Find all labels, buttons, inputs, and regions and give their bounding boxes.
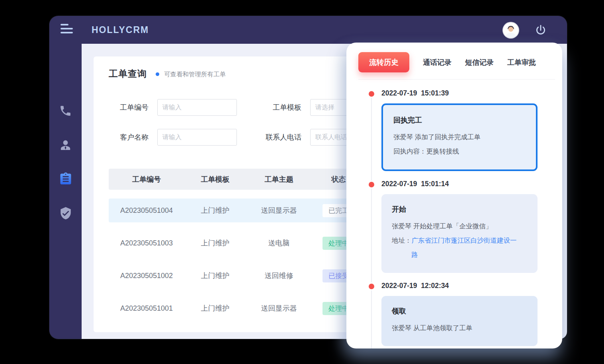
sidebar-item-calls[interactable]	[59, 103, 73, 118]
timeline-card-completed: 回执完工 张爱琴 添加了回执并完成工单 回执内容：更换转接线	[381, 103, 538, 171]
timeline-card-line: 张爱琴 添加了回执并完成工单	[393, 130, 526, 144]
timeline-dot	[369, 284, 374, 289]
filter-label: 工单编号	[109, 103, 149, 112]
cell-template: 上门维护	[184, 271, 246, 280]
sidebar-item-workorders[interactable]	[59, 172, 73, 186]
timeline-timestamp: 2022-07-19 15:01:14	[381, 180, 551, 188]
cell-workorder-id: A202305051002	[109, 272, 184, 280]
timeline-card-line: 张爱琴 从工单池领取了工单	[392, 321, 528, 335]
cell-subject: 送回维修	[246, 271, 312, 280]
cell-subject: 送回显示器	[246, 304, 312, 313]
page-subtitle: 可查看和管理所有工单	[164, 69, 226, 79]
timeline-card-title: 回执完工	[393, 115, 526, 125]
tab-sms-records[interactable]: 短信记录	[465, 58, 494, 67]
tab-flow-history[interactable]: 流转历史	[358, 52, 409, 72]
col-header: 工单模板	[184, 175, 246, 184]
timeline-card-line: 回执内容：更换转接线	[393, 144, 526, 158]
logout-power-icon[interactable]	[534, 24, 547, 37]
cell-subject: 送电脑	[246, 238, 312, 248]
brand-logo: HOLLYCRM	[92, 25, 149, 35]
cell-template: 上门维护	[184, 238, 246, 248]
timeline-entry: 2022-07-19 15:01:14 开始 张爱琴 开始处理工单「企业微信」 …	[358, 180, 551, 273]
address-link[interactable]: 广东省江门市蓬江区白沙街道建设一路	[412, 233, 517, 262]
timeline-timestamp: 2022-07-19 12:02:34	[381, 282, 551, 290]
workorder-id-input[interactable]	[157, 99, 237, 116]
sidebar-nav	[49, 44, 82, 339]
user-avatar[interactable]	[503, 23, 518, 38]
tab-call-records[interactable]: 通话记录	[423, 58, 452, 67]
phone-icon	[59, 104, 72, 117]
filter-label: 客户名称	[109, 132, 149, 142]
timeline-entry: 2022-07-19 12:02:34 领取 张爱琴 从工单池领取了工单	[358, 282, 551, 346]
page-title: 工单查询	[109, 68, 147, 80]
col-header: 工单编号	[109, 175, 184, 184]
sidebar-item-contacts[interactable]	[59, 138, 73, 152]
timeline-card-title: 领取	[392, 306, 528, 316]
sidebar-item-security[interactable]	[59, 206, 73, 220]
customer-name-input[interactable]	[157, 129, 237, 146]
workorder-clipboard-icon	[59, 172, 73, 186]
cell-workorder-id: A202305051001	[109, 304, 184, 313]
workorder-detail-panel: 流转历史 通话记录 短信记录 工单审批 2022-07-19 15:01:39 …	[346, 43, 562, 348]
timeline-card-start: 开始 张爱琴 开始处理工单「企业微信」 地址： 广东省江门市蓬江区白沙街道建设一…	[381, 194, 538, 273]
top-bar: HOLLYCRM	[49, 16, 567, 44]
tab-divider	[358, 79, 555, 80]
cell-workorder-id: A202305051003	[109, 239, 184, 247]
col-header: 工单主题	[246, 175, 312, 184]
timeline-card-line: 张爱琴 开始处理工单「企业微信」	[392, 219, 528, 233]
cell-template: 上门维护	[184, 206, 246, 215]
contact-icon	[59, 138, 72, 152]
timeline-card-title: 开始	[392, 204, 528, 214]
menu-hamburger-icon[interactable]	[61, 24, 74, 36]
timeline-card-claimed: 领取 张爱琴 从工单池领取了工单	[381, 296, 538, 346]
tab-approval[interactable]: 工单审批	[507, 58, 536, 67]
timeline-dot	[369, 91, 374, 97]
subtitle-bullet-dot	[156, 72, 159, 76]
detail-tabs: 流转历史 通话记录 短信记录 工单审批	[358, 52, 551, 72]
filter-label: 工单模板	[246, 103, 301, 112]
cell-template: 上门维护	[184, 304, 246, 313]
security-shield-icon	[59, 206, 72, 220]
filter-label: 联系人电话	[246, 132, 301, 142]
address-label: 地址：	[392, 233, 412, 262]
flow-history-timeline: 2022-07-19 15:01:39 回执完工 张爱琴 添加了回执并完成工单 …	[358, 89, 551, 346]
cell-workorder-id: A202305051004	[109, 206, 184, 215]
timeline-timestamp: 2022-07-19 15:01:39	[381, 89, 551, 97]
avatar-image	[503, 23, 518, 38]
timeline-entry: 2022-07-19 15:01:39 回执完工 张爱琴 添加了回执并完成工单 …	[358, 89, 551, 171]
timeline-dot	[369, 182, 374, 187]
cell-subject: 送回显示器	[246, 206, 312, 215]
